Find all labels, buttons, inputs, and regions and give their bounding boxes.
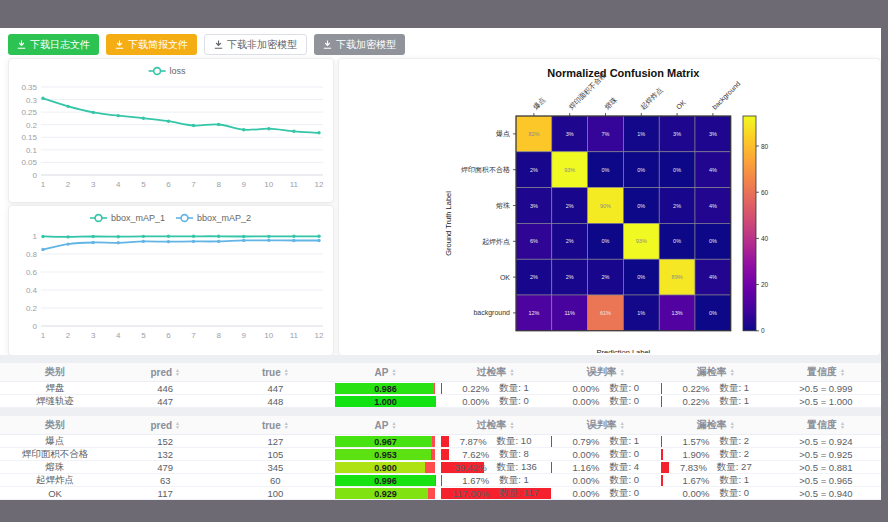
- column-header-true[interactable]: true▲▼: [220, 367, 330, 378]
- matrix-title: Normalized Confusion Matrix: [547, 67, 700, 79]
- column-header-置信度[interactable]: 置信度▲▼: [771, 418, 881, 432]
- svg-text:0.2: 0.2: [26, 304, 38, 313]
- table-row: 起焊炸点63600.9961.67%数量: 10.00%数量: 01.67%数量…: [0, 474, 881, 487]
- sort-icon[interactable]: ▲▼: [391, 421, 396, 429]
- table-row: 熔珠4793450.90039.42%数量: 1361.16%数量: 47.83…: [0, 461, 881, 474]
- summary-table: 类别pred▲▼true▲▼AP▲▼过检率▲▼误判率▲▼漏检率▲▼置信度▲▼焊盘…: [0, 363, 881, 408]
- matrix-col-label: 熔珠: [603, 96, 618, 111]
- download-plain-model-button[interactable]: 下载非加密模型: [204, 34, 307, 55]
- misjudge-rate-cell: 0.00%数量: 0: [551, 474, 661, 487]
- sort-icon[interactable]: ▲▼: [730, 368, 735, 376]
- sort-icon[interactable]: ▲▼: [175, 368, 180, 376]
- column-header-AP[interactable]: AP▲▼: [330, 420, 440, 431]
- download-icon: [214, 40, 223, 49]
- matrix-row-label: 起焊炸点: [482, 238, 510, 246]
- rate-red-bar: [661, 396, 663, 407]
- category-cell: 起焊炸点: [0, 474, 110, 487]
- true-cell: 448: [220, 396, 330, 407]
- svg-text:9: 9: [242, 180, 247, 189]
- sort-icon[interactable]: ▲▼: [840, 421, 845, 429]
- column-header-过检率[interactable]: 过检率▲▼: [441, 418, 551, 432]
- svg-text:0.8: 0.8: [26, 250, 38, 259]
- rate-red-bar: [441, 475, 443, 486]
- column-header-AP[interactable]: AP▲▼: [330, 367, 440, 378]
- sort-icon[interactable]: ▲▼: [620, 368, 625, 376]
- misjudge-rate-cell: 1.16%数量: 4: [551, 461, 661, 474]
- miss-rate-cell: 1.90%数量: 2: [661, 448, 771, 461]
- svg-text:8: 8: [216, 331, 221, 340]
- map-chart-svg: bbox_mAP_1bbox_mAP_200.20.40.60.81123456…: [9, 206, 331, 353]
- svg-text:6: 6: [166, 180, 171, 189]
- true-cell: 447: [220, 383, 330, 394]
- column-header-漏检率[interactable]: 漏检率▲▼: [661, 418, 771, 432]
- confidence-cell: >0.5 = 0.924: [771, 436, 881, 447]
- svg-text:0.6: 0.6: [26, 268, 38, 277]
- pred-cell: 152: [110, 436, 220, 447]
- metrics-tables: 类别pred▲▼true▲▼AP▲▼过检率▲▼误判率▲▼漏检率▲▼置信度▲▼焊盘…: [0, 355, 881, 500]
- svg-text:0%: 0%: [673, 167, 681, 173]
- sort-icon[interactable]: ▲▼: [175, 421, 180, 429]
- svg-text:0: 0: [761, 327, 765, 334]
- true-cell: 100: [220, 488, 330, 499]
- category-cell: 焊缝轨迹: [0, 395, 110, 408]
- matrix-col-label: OK: [675, 98, 687, 110]
- column-header-误判率[interactable]: 误判率▲▼: [551, 365, 661, 379]
- ap-bar-cell: 0.996: [335, 475, 435, 486]
- separator-band: [0, 355, 881, 363]
- download-report-button[interactable]: 下载简报文件: [106, 34, 197, 55]
- legend-item[interactable]: loss: [149, 66, 187, 76]
- matrix-row-label: background: [473, 309, 510, 317]
- column-header-漏检率[interactable]: 漏检率▲▼: [661, 365, 771, 379]
- download-plain-model-label: 下载非加密模型: [227, 38, 297, 52]
- table-header-row: 类别pred▲▼true▲▼AP▲▼过检率▲▼误判率▲▼漏检率▲▼置信度▲▼: [0, 416, 881, 435]
- matrix-col-label: 爆点: [532, 96, 548, 112]
- sort-icon[interactable]: ▲▼: [284, 421, 289, 429]
- svg-text:2%: 2%: [602, 274, 610, 280]
- column-header-误判率[interactable]: 误判率▲▼: [551, 418, 661, 432]
- table-row: OK1171000.929117.00%数量: 1170.00%数量: 00.0…: [0, 487, 881, 500]
- svg-text:2%: 2%: [530, 167, 538, 173]
- svg-text:11: 11: [290, 331, 299, 340]
- matrix-ylabel: Ground Truth Label: [444, 191, 453, 256]
- sort-icon[interactable]: ▲▼: [840, 368, 845, 376]
- download-report-label: 下载简报文件: [128, 38, 188, 52]
- pred-cell: 479: [110, 462, 220, 473]
- legend-item[interactable]: bbox_mAP_2: [176, 213, 251, 223]
- column-header-category: 类别: [0, 365, 110, 379]
- svg-text:0%: 0%: [637, 274, 645, 280]
- svg-text:2%: 2%: [566, 274, 574, 280]
- pred-cell: 446: [110, 383, 220, 394]
- matrix-row-label: 焊印面积不合格: [461, 166, 510, 174]
- svg-text:8: 8: [216, 180, 221, 189]
- map-chart-card: bbox_mAP_1bbox_mAP_200.20.40.60.81123456…: [8, 205, 334, 356]
- column-header-置信度[interactable]: 置信度▲▼: [771, 365, 881, 379]
- sort-icon[interactable]: ▲▼: [284, 368, 289, 376]
- overkill-rate-cell: 117.00%数量: 117: [441, 487, 551, 500]
- column-header-true[interactable]: true▲▼: [220, 420, 330, 431]
- confusion-matrix-card: Normalized Confusion Matrix82%3%7%1%3%3%…: [338, 58, 881, 356]
- sort-icon[interactable]: ▲▼: [510, 368, 515, 376]
- main-content: 下载日志文件 下载简报文件 下载非加密模型 下载加密模型 loss00.050.…: [0, 28, 881, 498]
- svg-text:20: 20: [761, 281, 769, 288]
- svg-text:7%: 7%: [602, 131, 610, 137]
- svg-text:3: 3: [91, 180, 96, 189]
- download-encrypted-model-button[interactable]: 下载加密模型: [314, 34, 405, 55]
- svg-text:61%: 61%: [600, 310, 611, 316]
- svg-text:6: 6: [166, 331, 171, 340]
- sort-icon[interactable]: ▲▼: [391, 368, 396, 376]
- matrix-xlabel: Prediction Label: [597, 348, 651, 353]
- svg-text:89%: 89%: [672, 274, 683, 280]
- column-header-pred[interactable]: pred▲▼: [110, 367, 220, 378]
- legend-item[interactable]: bbox_mAP_1: [90, 213, 165, 223]
- rate-red-bar: [441, 383, 443, 394]
- column-header-过检率[interactable]: 过检率▲▼: [441, 365, 551, 379]
- confidence-cell: >0.5 = 1.000: [771, 396, 881, 407]
- column-header-pred[interactable]: pred▲▼: [110, 420, 220, 431]
- sort-icon[interactable]: ▲▼: [730, 421, 735, 429]
- sort-icon[interactable]: ▲▼: [510, 421, 515, 429]
- sort-icon[interactable]: ▲▼: [620, 421, 625, 429]
- overkill-rate-cell: 1.67%数量: 1: [441, 474, 551, 487]
- svg-text:9: 9: [242, 331, 247, 340]
- category-cell: 爆点: [0, 435, 110, 448]
- download-log-button[interactable]: 下载日志文件: [8, 34, 99, 55]
